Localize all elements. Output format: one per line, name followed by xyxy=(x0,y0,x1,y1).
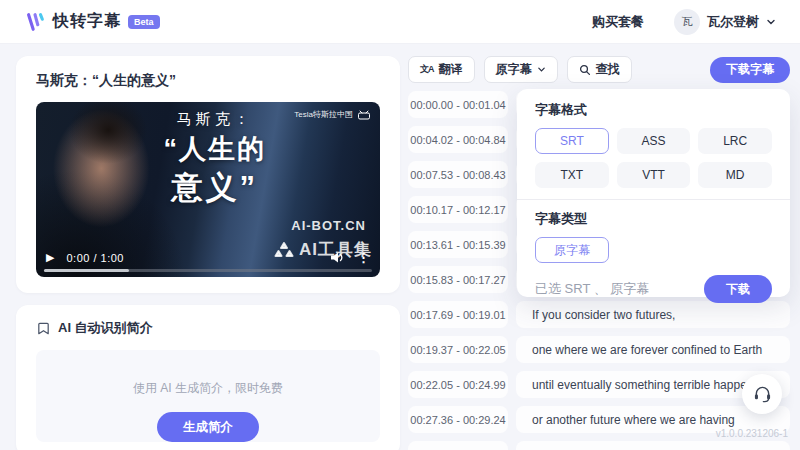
subtitle-timestamp[interactable]: 00:07.53 - 00:08.43 xyxy=(408,161,508,188)
format-option-txt[interactable]: TXT xyxy=(535,162,609,188)
translate-button[interactable]: 文A 翻译 xyxy=(408,56,475,83)
subtitle-timestamp[interactable]: 00:04.02 - 00:04.84 xyxy=(408,126,508,153)
video-menu-icon[interactable]: ⋮ xyxy=(357,250,370,265)
type-section-title: 字幕类型 xyxy=(535,210,772,228)
logo-icon xyxy=(24,11,46,33)
video-overlay-text: 马斯克： “人生的 意义” xyxy=(136,110,294,209)
subtitle-toolbar: 文A 翻译 原字幕 查找 下载字幕 xyxy=(408,56,790,83)
format-options: SRTASSLRCTXTVTTMD xyxy=(535,128,772,188)
generate-summary-button[interactable]: 生成简介 xyxy=(157,412,259,442)
type-options: 原字幕 xyxy=(535,237,772,263)
video-time: 0:00 / 1:00 xyxy=(66,252,124,264)
subtitle-text[interactable]: one where we are forever confined to Ear… xyxy=(516,336,790,363)
username: 瓦尔登树 xyxy=(707,13,759,31)
subtitle-row: 00:19.37 - 00:22.05one where we are fore… xyxy=(408,336,790,363)
volume-icon[interactable] xyxy=(330,251,345,264)
video-controls: ▶ 0:00 / 1:00 ⋮ xyxy=(46,250,370,265)
header: 快转字幕 Beta 购买套餐 瓦 瓦尔登树 xyxy=(0,0,800,44)
translate-icon: 文A xyxy=(420,63,434,76)
download-subtitle-button[interactable]: 下载字幕 xyxy=(710,57,790,83)
video-progress-bar[interactable] xyxy=(44,269,372,272)
subtitle-timestamp[interactable]: 00:10.17 - 00:12.17 xyxy=(408,196,508,223)
tesla-watermark: Tesla特斯拉中国 xyxy=(294,109,371,120)
aibot-watermark: AI-BOT.CN xyxy=(291,218,366,233)
video-title: 马斯克：“人生的意义” xyxy=(36,72,380,90)
subtitle-timestamp[interactable]: 00:00.00 - 00:01.04 xyxy=(408,91,508,118)
subtitle-timestamp[interactable]: 00:13.61 - 00:15.39 xyxy=(408,231,508,258)
bilibili-icon xyxy=(357,110,371,120)
subtitle-row: 00:22.05 - 00:24.99until eventually some… xyxy=(408,371,790,398)
beta-badge: Beta xyxy=(128,15,160,29)
buy-plan-link[interactable]: 购买套餐 xyxy=(592,13,644,31)
video-progress-fill xyxy=(44,269,129,272)
play-icon[interactable]: ▶ xyxy=(46,251,54,264)
search-icon xyxy=(579,64,591,76)
subtitle-timestamp[interactable]: 00:27.36 - 00:29.24 xyxy=(408,406,508,433)
type-option[interactable]: 原字幕 xyxy=(535,237,609,263)
ai-summary-hint: 使用 AI 生成简介，限时免费 xyxy=(133,380,283,397)
ai-summary-card: AI 自动识别简介 使用 AI 生成简介，限时免费 生成简介 xyxy=(16,305,400,450)
panel-download-button[interactable]: 下载 xyxy=(704,275,772,303)
subtitle-timestamp[interactable]: 00:29.24 - 00:30.71 xyxy=(408,441,508,450)
format-option-srt[interactable]: SRT xyxy=(535,128,609,154)
user-menu[interactable]: 瓦 瓦尔登树 xyxy=(674,9,776,35)
video-player[interactable]: 马斯克： “人生的 意义” Tesla特斯拉中国 AI-BOT.CN xyxy=(36,102,380,277)
subtitle-text[interactable]: long-term sustainable transport xyxy=(516,441,790,450)
find-button[interactable]: 查找 xyxy=(567,56,632,83)
download-panel: 字幕格式 SRTASSLRCTXTVTTMD 字幕类型 原字幕 已选 SRT 、… xyxy=(517,89,790,297)
subtitle-timestamp[interactable]: 00:19.37 - 00:22.05 xyxy=(408,336,508,363)
logo[interactable]: 快转字幕 Beta xyxy=(24,11,160,33)
subtitle-timestamp[interactable]: 00:17.69 - 00:19.01 xyxy=(408,301,508,328)
ai-summary-title: AI 自动识别简介 xyxy=(58,319,153,337)
format-option-ass[interactable]: ASS xyxy=(617,128,691,154)
support-button[interactable] xyxy=(742,374,782,414)
app-title: 快转字幕 xyxy=(53,11,121,32)
bookmark-icon xyxy=(36,321,51,336)
subtitle-text[interactable]: If you consider two futures, xyxy=(516,301,790,328)
subtitle-timestamp[interactable]: 00:22.05 - 00:24.99 xyxy=(408,371,508,398)
format-option-lrc[interactable]: LRC xyxy=(698,128,772,154)
subtitle-row: 00:17.69 - 00:19.01If you consider two f… xyxy=(408,301,790,328)
selected-summary: 已选 SRT 、 原字幕 xyxy=(535,280,649,298)
ai-summary-box: 使用 AI 生成简介，限时免费 生成简介 xyxy=(36,350,380,442)
chevron-down-icon xyxy=(537,65,546,74)
avatar: 瓦 xyxy=(674,9,700,35)
video-card: 马斯克：“人生的意义” 马斯克： “人生的 意义” Tesla特斯拉中国 AI-… xyxy=(16,56,400,293)
chevron-down-icon xyxy=(766,17,776,27)
subtitle-mode-dropdown[interactable]: 原字幕 xyxy=(484,56,558,83)
format-option-vtt[interactable]: VTT xyxy=(617,162,691,188)
version-label: v1.0.0.231206-1 xyxy=(716,428,788,439)
subtitle-timestamp[interactable]: 00:15.83 - 00:17.27 xyxy=(408,266,508,293)
headset-icon xyxy=(753,385,772,403)
subtitle-row: 00:29.24 - 00:30.71long-term sustainable… xyxy=(408,441,790,450)
panel-divider xyxy=(517,199,790,200)
format-section-title: 字幕格式 xyxy=(535,101,772,119)
format-option-md[interactable]: MD xyxy=(698,162,772,188)
